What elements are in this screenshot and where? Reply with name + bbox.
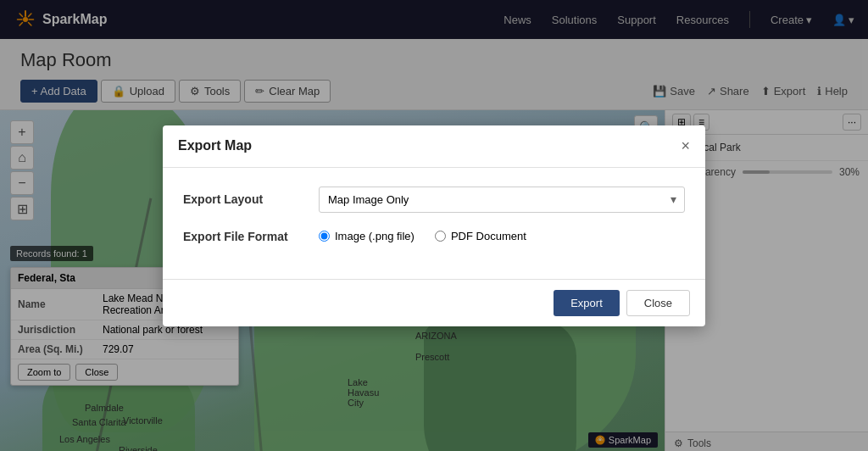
export-layout-row: Export Layout Map Image Only Full Page L…	[183, 187, 685, 213]
modal-body: Export Layout Map Image Only Full Page L…	[163, 168, 705, 279]
export-layout-label: Export Layout	[183, 192, 319, 206]
export-layout-control: Map Image Only Full Page Layout Custom	[319, 187, 685, 213]
modal-title: Export Map	[178, 138, 252, 153]
format-png-radio[interactable]	[319, 231, 330, 242]
format-pdf-option[interactable]: PDF Document	[435, 230, 526, 242]
export-confirm-button[interactable]: Export	[554, 290, 620, 316]
export-layout-select-wrapper: Map Image Only Full Page Layout Custom	[319, 187, 685, 213]
modal-header: Export Map ×	[163, 125, 705, 168]
export-format-control: Image (.png file) PDF Document	[319, 230, 685, 242]
export-layout-select[interactable]: Map Image Only Full Page Layout Custom	[319, 187, 685, 213]
export-modal: Export Map × Export Layout Map Image Onl…	[163, 125, 705, 326]
format-png-option[interactable]: Image (.png file)	[319, 230, 415, 242]
format-png-label: Image (.png file)	[335, 230, 415, 242]
export-format-label: Export File Format	[183, 230, 319, 243]
export-close-button[interactable]: Close	[626, 290, 690, 316]
export-format-row: Export File Format Image (.png file) PDF…	[183, 230, 685, 243]
format-pdf-radio[interactable]	[435, 231, 446, 242]
modal-close-button[interactable]: ×	[681, 137, 690, 155]
modal-footer: Export Close	[163, 279, 705, 326]
modal-overlay[interactable]: Export Map × Export Layout Map Image Onl…	[0, 0, 868, 451]
format-pdf-label: PDF Document	[451, 230, 526, 242]
